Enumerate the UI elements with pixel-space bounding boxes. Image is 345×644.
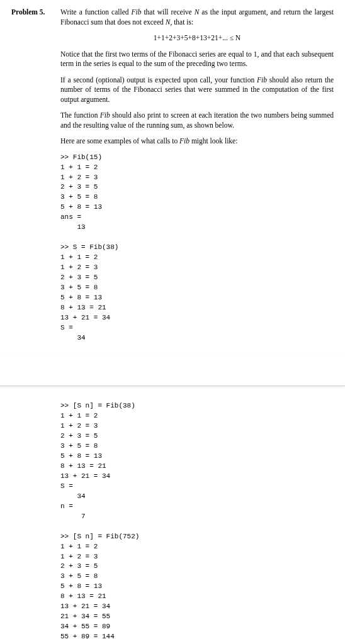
problem-content: Write a function called Fib that will re…: [60, 8, 334, 347]
paragraph-4: The function Fib should also print to sc…: [60, 111, 334, 130]
paragraph-2: Notice that the first two terms of the F…: [60, 50, 334, 69]
problem-label: Problem 5.: [11, 8, 60, 18]
paragraph-3: If a second (optional) output is expecte…: [60, 75, 334, 105]
paragraph-5: Here are some examples of what calls to …: [60, 136, 334, 147]
code-block-2: >> [S n] = Fib(38) 1 + 1 = 2 1 + 2 = 3 2…: [60, 401, 334, 644]
paragraph-intro: Write a function called Fib that will re…: [60, 8, 334, 27]
code-block-1: >> Fib(15) 1 + 1 = 2 1 + 2 = 3 2 + 3 = 5…: [60, 153, 334, 343]
formula: 1+1+2+3+5+8+13+21+... ≤ N: [60, 33, 334, 43]
page-break: [0, 354, 345, 386]
